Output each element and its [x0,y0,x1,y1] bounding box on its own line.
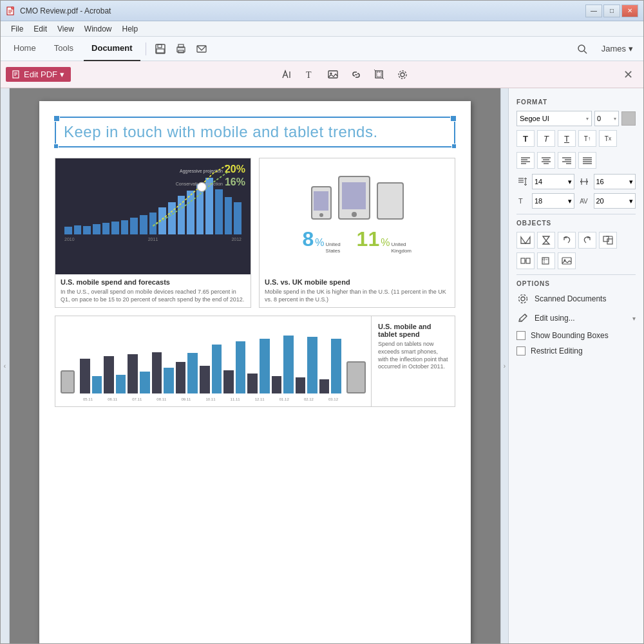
tablet-device [338,176,370,220]
right-panel-handle[interactable]: › [500,88,508,643]
text-size-val: 18 [535,197,542,205]
align-right[interactable] [558,152,576,169]
title-bar: CMO Review.pdf - Acrobat — □ ✕ [1,1,643,21]
restrict-editing-checkbox[interactable] [516,346,526,355]
style-bold[interactable]: T [516,130,535,147]
spacing-row-2: T 18 ▾ AV 20 ▾ [516,193,636,209]
objects-options-divider [516,274,636,275]
tab-home[interactable]: Home [6,37,44,61]
minimize-button[interactable]: — [585,5,602,17]
svg-rect-12 [178,50,184,53]
selection-handle-br [451,144,457,149]
text-tool[interactable]: T [301,66,319,84]
us-pct-block: 8 % United States [303,227,346,254]
crop-btn[interactable] [537,252,555,269]
left-panel-handle[interactable]: ‹ [1,88,10,643]
style-underline[interactable]: T [558,130,576,147]
text-size-select[interactable]: 18 ▾ [532,193,574,209]
window-title: CMO Review.pdf - Acrobat [20,6,585,15]
tab-document[interactable]: Document [84,37,140,61]
line-spacing-icon [516,176,528,187]
axis-label-2: 07.11 [126,397,148,401]
style-subscript[interactable]: Tx [599,130,617,147]
edit-pdf-bar: Edit PDF ▾ T [1,61,643,88]
svg-rect-66 [542,258,549,264]
svg-line-15 [584,51,587,53]
email-button[interactable] [193,40,211,58]
tab-tools[interactable]: Tools [46,37,81,61]
add-text-tool[interactable] [278,66,296,84]
av-spacing-icon: AV [578,195,590,207]
axis-label-8: 01.12 [273,397,296,401]
settings-tool[interactable] [393,66,412,84]
rotate-ccw-btn[interactable] [558,232,576,249]
headline-text: Keep in touch with mobile and tablet tre… [64,123,446,141]
chart1-title: U.S. mobile spend and forecasts [55,274,251,289]
menu-window[interactable]: Window [79,23,117,35]
line-spacing-chevron: ▾ [568,178,572,186]
style-superscript[interactable]: T↑ [578,130,596,147]
window-controls: — □ ✕ [585,5,638,17]
bbar-12 [212,345,222,394]
menu-edit[interactable]: Edit [28,23,52,35]
bar-12 [168,202,176,234]
main-toolbar: Home Tools Document [1,37,643,61]
edit-using-arrow: ▾ [632,315,636,322]
restrict-editing-row[interactable]: Restrict Editing [516,346,636,355]
char-spacing-select[interactable]: 16 ▾ [594,174,636,189]
svg-marker-60 [543,241,549,244]
link-tool[interactable] [347,66,365,84]
align-left[interactable] [516,152,535,169]
axis-label-7: 12.11 [249,397,271,401]
font-row: Segoe UI ▾ 0 ▾ [516,111,636,126]
color-picker[interactable] [621,111,636,126]
edit-pdf-button[interactable]: Edit PDF ▾ [6,67,71,82]
group-btn[interactable] [516,252,535,269]
replace-image-btn[interactable] [558,252,576,269]
bbar-2 [92,376,102,393]
char-spacing-icon [578,176,590,187]
align-center[interactable] [537,152,555,169]
edit-bar-close[interactable]: ✕ [618,65,638,84]
chart-mobile-spend: Aggressive projection 20% Conservative p… [55,158,251,308]
bbar-axis: 05.11 06.11 07.11 08.11 09.11 10.11 11.1… [61,397,366,401]
devices-illustration [311,176,404,220]
arrange-btn[interactable] [599,232,617,249]
bar-11 [158,207,166,234]
print-button[interactable] [172,40,190,58]
crop-tool[interactable] [370,66,388,84]
user-name: James [601,44,626,53]
svg-point-14 [578,45,585,52]
close-button[interactable]: ✕ [621,5,638,17]
user-menu[interactable]: James ▾ [596,43,638,55]
bbar-18 [283,336,294,393]
line-spacing-select[interactable]: 14 ▾ [532,174,574,189]
av-spacing-select[interactable]: 20 ▾ [594,193,636,209]
maximize-button[interactable]: □ [603,5,620,17]
document-area[interactable]: Keep in touch with mobile and tablet tre… [10,88,500,643]
flip-horiz-btn[interactable] [516,232,535,249]
align-justify[interactable] [578,152,596,169]
flip-vert-btn[interactable] [537,232,555,249]
show-bounding-row[interactable]: Show Bounding Boxes [516,331,636,340]
style-italic[interactable]: T [537,130,555,147]
rotate-cw-btn[interactable] [578,232,596,249]
conservative-pct: 16% [225,176,245,188]
bar-17 [215,189,223,234]
scanned-docs-row[interactable]: Scanned Documents [516,292,636,305]
font-size-input[interactable]: 0 ▾ [594,111,619,126]
headline-selection[interactable]: Keep in touch with mobile and tablet tre… [55,117,455,147]
toolbar-separator [146,43,146,55]
edit-using-row[interactable]: Edit using... ▾ [516,312,636,325]
search-icon[interactable] [573,40,591,58]
bbar-19 [296,377,306,393]
menu-file[interactable]: File [6,23,28,35]
show-bounding-checkbox[interactable] [516,331,526,340]
save-button[interactable] [151,40,169,58]
aggressive-label: Aggressive projection [180,169,223,173]
menu-help[interactable]: Help [117,23,144,35]
font-select[interactable]: Segoe UI ▾ [516,111,592,126]
pdf-page: Keep in touch with mobile and tablet tre… [39,101,471,643]
menu-view[interactable]: View [52,23,79,35]
image-tool[interactable] [324,66,342,84]
